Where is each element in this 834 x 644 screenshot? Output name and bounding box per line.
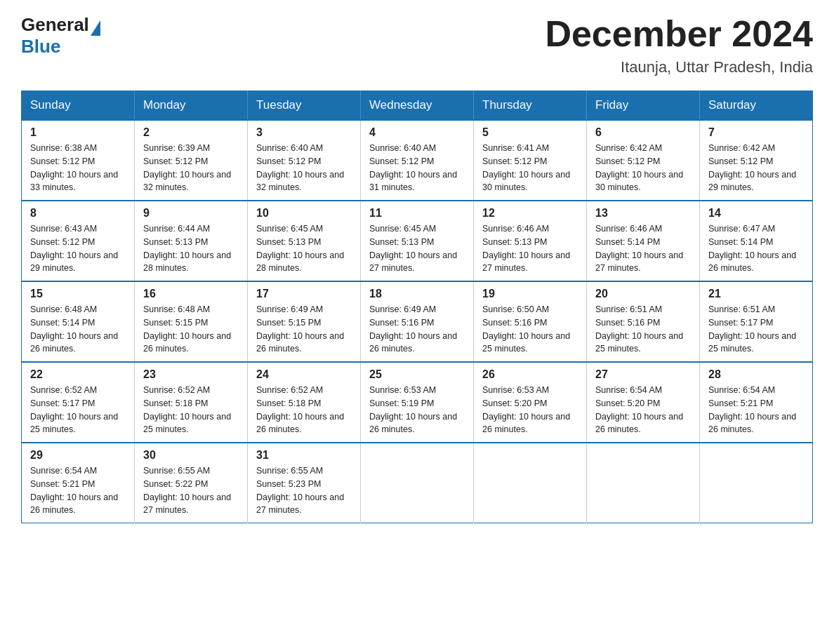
calendar-cell: 7 Sunrise: 6:42 AM Sunset: 5:12 PM Dayli… [700, 120, 813, 201]
day-number: 5 [482, 126, 578, 139]
calendar-cell: 27 Sunrise: 6:54 AM Sunset: 5:20 PM Dayl… [587, 362, 700, 443]
calendar-cell: 4 Sunrise: 6:40 AM Sunset: 5:12 PM Dayli… [361, 120, 474, 201]
day-info: Sunrise: 6:38 AM Sunset: 5:12 PM Dayligh… [30, 142, 126, 194]
calendar-cell: 31 Sunrise: 6:55 AM Sunset: 5:23 PM Dayl… [248, 443, 361, 523]
calendar-cell: 15 Sunrise: 6:48 AM Sunset: 5:14 PM Dayl… [22, 281, 135, 362]
day-number: 14 [708, 207, 804, 220]
day-number: 11 [369, 207, 465, 220]
calendar-cell: 2 Sunrise: 6:39 AM Sunset: 5:12 PM Dayli… [135, 120, 248, 201]
calendar-cell: 11 Sunrise: 6:45 AM Sunset: 5:13 PM Dayl… [361, 201, 474, 281]
day-number: 10 [256, 207, 352, 220]
title-area: December 2024 Itaunja, Uttar Pradesh, In… [545, 14, 813, 76]
weekday-header-thursday: Thursday [474, 91, 587, 121]
calendar-cell: 20 Sunrise: 6:51 AM Sunset: 5:16 PM Dayl… [587, 281, 700, 362]
day-info: Sunrise: 6:53 AM Sunset: 5:20 PM Dayligh… [482, 384, 578, 436]
day-number: 7 [708, 126, 804, 139]
day-info: Sunrise: 6:54 AM Sunset: 5:21 PM Dayligh… [30, 464, 126, 517]
day-number: 22 [30, 368, 126, 381]
day-number: 25 [369, 368, 465, 381]
calendar-table: SundayMondayTuesdayWednesdayThursdayFrid… [21, 90, 813, 523]
calendar-cell: 24 Sunrise: 6:52 AM Sunset: 5:18 PM Dayl… [248, 362, 361, 443]
calendar-cell: 30 Sunrise: 6:55 AM Sunset: 5:22 PM Dayl… [135, 443, 248, 523]
calendar-cell: 10 Sunrise: 6:45 AM Sunset: 5:13 PM Dayl… [248, 201, 361, 281]
logo-triangle-icon [91, 20, 100, 36]
calendar-week-row: 29 Sunrise: 6:54 AM Sunset: 5:21 PM Dayl… [22, 443, 813, 523]
calendar-cell: 17 Sunrise: 6:49 AM Sunset: 5:15 PM Dayl… [248, 281, 361, 362]
day-info: Sunrise: 6:42 AM Sunset: 5:12 PM Dayligh… [708, 142, 804, 194]
calendar-cell: 14 Sunrise: 6:47 AM Sunset: 5:14 PM Dayl… [700, 201, 813, 281]
day-number: 1 [30, 126, 126, 139]
day-info: Sunrise: 6:48 AM Sunset: 5:14 PM Dayligh… [30, 303, 126, 356]
day-info: Sunrise: 6:44 AM Sunset: 5:13 PM Dayligh… [143, 222, 239, 275]
day-info: Sunrise: 6:46 AM Sunset: 5:13 PM Dayligh… [482, 222, 578, 275]
day-info: Sunrise: 6:40 AM Sunset: 5:12 PM Dayligh… [256, 142, 352, 194]
day-number: 8 [30, 207, 126, 220]
weekday-header-saturday: Saturday [700, 91, 813, 121]
day-info: Sunrise: 6:54 AM Sunset: 5:21 PM Dayligh… [708, 384, 804, 436]
day-number: 2 [143, 126, 239, 139]
day-info: Sunrise: 6:46 AM Sunset: 5:14 PM Dayligh… [595, 222, 691, 275]
day-info: Sunrise: 6:52 AM Sunset: 5:18 PM Dayligh… [143, 384, 239, 436]
day-number: 12 [482, 207, 578, 220]
day-number: 17 [256, 288, 352, 300]
day-number: 30 [143, 449, 239, 462]
calendar-title: December 2024 [545, 14, 813, 54]
day-number: 4 [369, 126, 465, 139]
calendar-cell [700, 443, 813, 523]
calendar-week-row: 15 Sunrise: 6:48 AM Sunset: 5:14 PM Dayl… [22, 281, 813, 362]
day-number: 9 [143, 207, 239, 220]
day-number: 23 [143, 368, 239, 381]
weekday-header-wednesday: Wednesday [361, 91, 474, 121]
day-number: 19 [482, 288, 578, 300]
day-number: 29 [30, 449, 126, 462]
day-info: Sunrise: 6:42 AM Sunset: 5:12 PM Dayligh… [595, 142, 691, 194]
day-number: 31 [256, 449, 352, 462]
day-info: Sunrise: 6:49 AM Sunset: 5:15 PM Dayligh… [256, 303, 352, 356]
day-info: Sunrise: 6:43 AM Sunset: 5:12 PM Dayligh… [30, 222, 126, 275]
weekday-header-friday: Friday [587, 91, 700, 121]
day-info: Sunrise: 6:41 AM Sunset: 5:12 PM Dayligh… [482, 142, 578, 194]
day-info: Sunrise: 6:55 AM Sunset: 5:23 PM Dayligh… [256, 464, 352, 517]
day-number: 13 [595, 207, 691, 220]
day-number: 15 [30, 288, 126, 300]
day-number: 3 [256, 126, 352, 139]
calendar-cell: 3 Sunrise: 6:40 AM Sunset: 5:12 PM Dayli… [248, 120, 361, 201]
calendar-cell: 8 Sunrise: 6:43 AM Sunset: 5:12 PM Dayli… [22, 201, 135, 281]
calendar-cell: 26 Sunrise: 6:53 AM Sunset: 5:20 PM Dayl… [474, 362, 587, 443]
day-info: Sunrise: 6:52 AM Sunset: 5:17 PM Dayligh… [30, 384, 126, 436]
calendar-week-row: 8 Sunrise: 6:43 AM Sunset: 5:12 PM Dayli… [22, 201, 813, 281]
logo: General Blue [21, 14, 100, 58]
day-info: Sunrise: 6:48 AM Sunset: 5:15 PM Dayligh… [143, 303, 239, 356]
day-info: Sunrise: 6:47 AM Sunset: 5:14 PM Dayligh… [708, 222, 804, 275]
day-number: 26 [482, 368, 578, 381]
calendar-cell [361, 443, 474, 523]
day-info: Sunrise: 6:51 AM Sunset: 5:17 PM Dayligh… [708, 303, 804, 356]
calendar-cell: 5 Sunrise: 6:41 AM Sunset: 5:12 PM Dayli… [474, 120, 587, 201]
calendar-cell: 29 Sunrise: 6:54 AM Sunset: 5:21 PM Dayl… [22, 443, 135, 523]
calendar-cell: 21 Sunrise: 6:51 AM Sunset: 5:17 PM Dayl… [700, 281, 813, 362]
calendar-cell [587, 443, 700, 523]
weekday-header-sunday: Sunday [22, 91, 135, 121]
day-number: 21 [708, 288, 804, 300]
calendar-cell: 18 Sunrise: 6:49 AM Sunset: 5:16 PM Dayl… [361, 281, 474, 362]
day-info: Sunrise: 6:55 AM Sunset: 5:22 PM Dayligh… [143, 464, 239, 517]
day-info: Sunrise: 6:50 AM Sunset: 5:16 PM Dayligh… [482, 303, 578, 356]
day-number: 24 [256, 368, 352, 381]
calendar-week-row: 1 Sunrise: 6:38 AM Sunset: 5:12 PM Dayli… [22, 120, 813, 201]
day-info: Sunrise: 6:54 AM Sunset: 5:20 PM Dayligh… [595, 384, 691, 436]
calendar-cell: 22 Sunrise: 6:52 AM Sunset: 5:17 PM Dayl… [22, 362, 135, 443]
calendar-cell: 12 Sunrise: 6:46 AM Sunset: 5:13 PM Dayl… [474, 201, 587, 281]
day-info: Sunrise: 6:52 AM Sunset: 5:18 PM Dayligh… [256, 384, 352, 436]
logo-text-blue: Blue [21, 36, 60, 58]
weekday-header-tuesday: Tuesday [248, 91, 361, 121]
day-number: 28 [708, 368, 804, 381]
logo-text-general: General [21, 14, 89, 36]
calendar-week-row: 22 Sunrise: 6:52 AM Sunset: 5:17 PM Dayl… [22, 362, 813, 443]
calendar-subtitle: Itaunja, Uttar Pradesh, India [545, 58, 813, 76]
calendar-cell: 6 Sunrise: 6:42 AM Sunset: 5:12 PM Dayli… [587, 120, 700, 201]
day-info: Sunrise: 6:45 AM Sunset: 5:13 PM Dayligh… [369, 222, 465, 275]
calendar-cell: 9 Sunrise: 6:44 AM Sunset: 5:13 PM Dayli… [135, 201, 248, 281]
calendar-cell: 1 Sunrise: 6:38 AM Sunset: 5:12 PM Dayli… [22, 120, 135, 201]
day-info: Sunrise: 6:45 AM Sunset: 5:13 PM Dayligh… [256, 222, 352, 275]
day-number: 6 [595, 126, 691, 139]
